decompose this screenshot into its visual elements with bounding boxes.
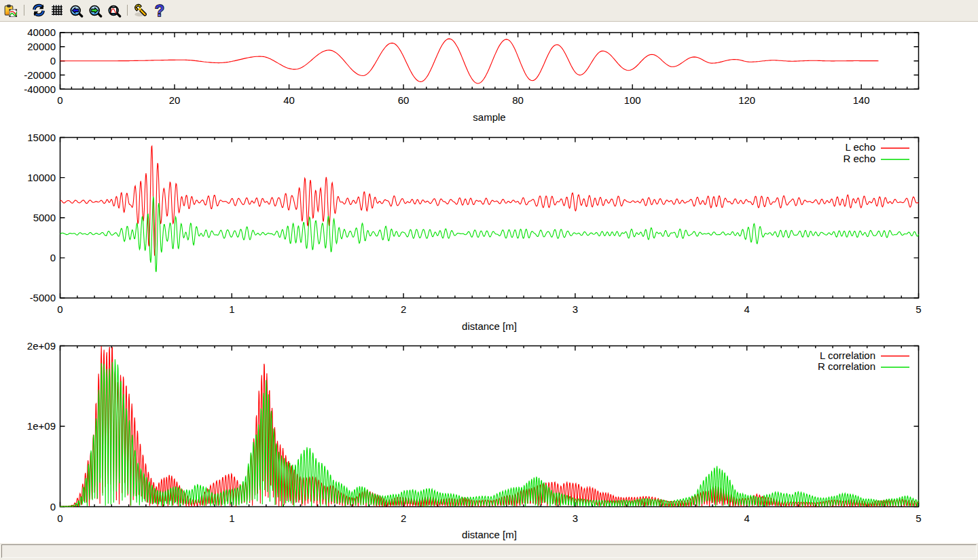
svg-text:80: 80: [512, 94, 524, 106]
svg-text:140: 140: [853, 94, 870, 106]
svg-text:R correlation: R correlation: [818, 360, 875, 372]
svg-text:4: 4: [744, 512, 750, 524]
svg-text:1: 1: [229, 303, 234, 315]
svg-text:5000: 5000: [33, 212, 56, 223]
svg-text:sample: sample: [473, 111, 505, 123]
svg-text:2e+09: 2e+09: [27, 340, 56, 352]
svg-text:40: 40: [283, 94, 295, 106]
svg-text:10000: 10000: [27, 172, 56, 183]
svg-text:distance [m]: distance [m]: [462, 529, 517, 540]
svg-text:2: 2: [401, 303, 406, 315]
svg-text:distance [m]: distance [m]: [462, 320, 517, 332]
svg-text:0: 0: [50, 501, 56, 512]
svg-text:120: 120: [738, 94, 755, 106]
svg-text:5: 5: [916, 512, 921, 524]
svg-text:0: 0: [57, 94, 62, 106]
svg-text:4: 4: [744, 303, 750, 315]
svg-text:0: 0: [57, 512, 62, 524]
svg-text:-5000: -5000: [30, 292, 56, 303]
svg-text:1: 1: [229, 512, 234, 524]
svg-text:5: 5: [916, 303, 921, 315]
svg-text:-40000: -40000: [24, 83, 56, 95]
svg-text:-20000: -20000: [24, 69, 56, 81]
svg-text:3: 3: [573, 303, 578, 315]
svg-text:15000: 15000: [27, 132, 56, 143]
svg-text:20000: 20000: [27, 41, 56, 52]
svg-text:60: 60: [398, 94, 410, 106]
svg-text:100: 100: [624, 94, 641, 106]
svg-text:0: 0: [50, 252, 56, 263]
svg-text:0: 0: [50, 55, 56, 67]
svg-text:R echo: R echo: [843, 153, 875, 164]
svg-text:?: ?: [155, 3, 164, 18]
svg-text:1e+09: 1e+09: [27, 420, 56, 432]
svg-text:2: 2: [401, 512, 406, 524]
svg-text:20: 20: [169, 94, 181, 106]
svg-text:40000: 40000: [27, 26, 56, 38]
svg-text:L correlation: L correlation: [820, 350, 875, 361]
svg-text:0: 0: [57, 303, 62, 315]
svg-text:3: 3: [573, 512, 578, 524]
svg-text:L echo: L echo: [846, 141, 875, 153]
